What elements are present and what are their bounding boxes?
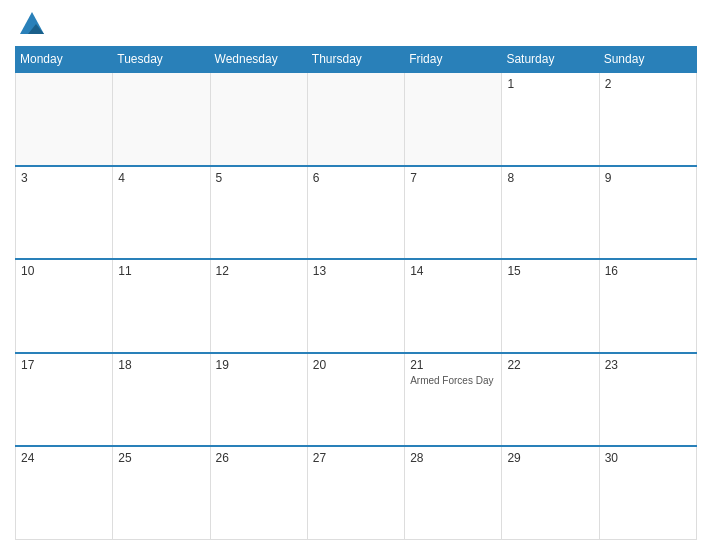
day-number: 20 (313, 358, 399, 372)
day-number: 6 (313, 171, 399, 185)
calendar-table: MondayTuesdayWednesdayThursdayFridaySatu… (15, 46, 697, 540)
weekday-header-friday: Friday (405, 47, 502, 73)
day-number: 29 (507, 451, 593, 465)
calendar-cell: 4 (113, 166, 210, 260)
day-number: 21 (410, 358, 496, 372)
calendar-cell: 27 (307, 446, 404, 540)
day-number: 15 (507, 264, 593, 278)
calendar-cell: 28 (405, 446, 502, 540)
day-number: 16 (605, 264, 691, 278)
day-number: 13 (313, 264, 399, 278)
calendar-cell: 8 (502, 166, 599, 260)
day-number: 30 (605, 451, 691, 465)
day-number: 27 (313, 451, 399, 465)
week-row-5: 24252627282930 (16, 446, 697, 540)
weekday-header-saturday: Saturday (502, 47, 599, 73)
calendar-cell (307, 72, 404, 166)
calendar-cell: 21Armed Forces Day (405, 353, 502, 447)
week-row-3: 10111213141516 (16, 259, 697, 353)
calendar-cell: 30 (599, 446, 696, 540)
day-number: 22 (507, 358, 593, 372)
day-number: 14 (410, 264, 496, 278)
calendar-header (15, 10, 697, 38)
calendar-cell: 26 (210, 446, 307, 540)
calendar-cell (210, 72, 307, 166)
day-number: 26 (216, 451, 302, 465)
weekday-header-row: MondayTuesdayWednesdayThursdayFridaySatu… (16, 47, 697, 73)
day-number: 24 (21, 451, 107, 465)
calendar-cell: 14 (405, 259, 502, 353)
day-number: 17 (21, 358, 107, 372)
logo-icon (18, 10, 46, 38)
day-number: 28 (410, 451, 496, 465)
weekday-header-monday: Monday (16, 47, 113, 73)
weekday-header-tuesday: Tuesday (113, 47, 210, 73)
calendar-cell: 13 (307, 259, 404, 353)
calendar-cell: 29 (502, 446, 599, 540)
calendar-cell: 20 (307, 353, 404, 447)
calendar-cell (16, 72, 113, 166)
day-number: 5 (216, 171, 302, 185)
calendar-cell: 3 (16, 166, 113, 260)
day-number: 23 (605, 358, 691, 372)
logo (15, 10, 46, 38)
calendar-cell: 16 (599, 259, 696, 353)
calendar-cell (405, 72, 502, 166)
day-number: 10 (21, 264, 107, 278)
calendar-cell: 1 (502, 72, 599, 166)
day-number: 7 (410, 171, 496, 185)
calendar-cell: 9 (599, 166, 696, 260)
day-number: 19 (216, 358, 302, 372)
week-row-4: 1718192021Armed Forces Day2223 (16, 353, 697, 447)
calendar-cell: 22 (502, 353, 599, 447)
calendar-cell: 25 (113, 446, 210, 540)
calendar-cell: 23 (599, 353, 696, 447)
calendar-cell: 24 (16, 446, 113, 540)
week-row-1: 12 (16, 72, 697, 166)
calendar-cell: 18 (113, 353, 210, 447)
calendar-cell: 6 (307, 166, 404, 260)
day-number: 1 (507, 77, 593, 91)
weekday-header-thursday: Thursday (307, 47, 404, 73)
day-number: 3 (21, 171, 107, 185)
day-number: 8 (507, 171, 593, 185)
calendar-cell: 7 (405, 166, 502, 260)
day-number: 11 (118, 264, 204, 278)
calendar-cell: 17 (16, 353, 113, 447)
calendar-cell: 12 (210, 259, 307, 353)
calendar-cell: 10 (16, 259, 113, 353)
day-number: 25 (118, 451, 204, 465)
calendar-cell: 15 (502, 259, 599, 353)
day-number: 9 (605, 171, 691, 185)
day-number: 18 (118, 358, 204, 372)
calendar-cell: 2 (599, 72, 696, 166)
weekday-header-sunday: Sunday (599, 47, 696, 73)
weekday-header-wednesday: Wednesday (210, 47, 307, 73)
day-number: 4 (118, 171, 204, 185)
week-row-2: 3456789 (16, 166, 697, 260)
calendar-cell: 19 (210, 353, 307, 447)
day-event: Armed Forces Day (410, 374, 496, 387)
calendar-cell: 11 (113, 259, 210, 353)
day-number: 12 (216, 264, 302, 278)
calendar-wrapper: MondayTuesdayWednesdayThursdayFridaySatu… (0, 0, 712, 550)
calendar-cell: 5 (210, 166, 307, 260)
day-number: 2 (605, 77, 691, 91)
calendar-cell (113, 72, 210, 166)
